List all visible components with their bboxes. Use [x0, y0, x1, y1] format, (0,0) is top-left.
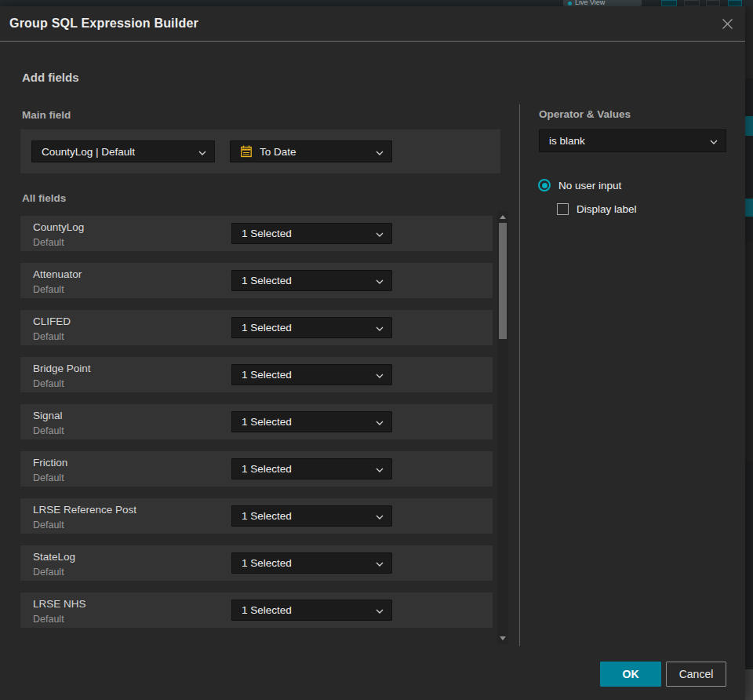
background-toolbar-tile: [706, 0, 720, 6]
field-row: CLIFED Default 1 Selected: [20, 310, 493, 345]
background-toolbar-tile: [728, 0, 742, 6]
field-selection-select[interactable]: 1 Selected: [231, 317, 392, 338]
field-selection-select[interactable]: 1 Selected: [231, 270, 392, 291]
field-selection-select[interactable]: 1 Selected: [231, 552, 392, 574]
field-row: Friction Default 1 Selected: [20, 451, 493, 487]
field-selection-value: 1 Selected: [242, 604, 369, 616]
field-subtitle: Default: [33, 567, 64, 578]
field-subtitle: Default: [33, 472, 64, 483]
group-sql-expression-builder-dialog: Group SQL Expression Builder Add fields …: [0, 6, 745, 700]
main-field-date-select[interactable]: To Date: [230, 140, 392, 162]
operator-select[interactable]: is blank: [539, 129, 726, 152]
chevron-down-icon: [376, 275, 384, 286]
field-name: Friction: [33, 457, 67, 468]
field-selection-select[interactable]: 1 Selected: [231, 505, 392, 527]
scroll-up-icon[interactable]: [500, 215, 506, 219]
scrollbar-thumb[interactable]: [499, 223, 507, 339]
field-selection-select[interactable]: 1 Selected: [231, 364, 392, 385]
field-row: Bridge Point Default 1 Selected: [20, 357, 493, 392]
close-icon[interactable]: [720, 16, 734, 31]
field-name: StateLog: [33, 551, 75, 563]
calendar-icon: [240, 145, 253, 158]
all-fields-list: CountyLog Default 1 Selected Attenuator …: [20, 216, 493, 640]
field-row: CountyLog Default 1 Selected: [20, 216, 493, 251]
field-name: Bridge Point: [33, 363, 91, 374]
field-name: Signal: [33, 410, 63, 421]
display-label-label: Display label: [577, 203, 637, 215]
chevron-down-icon: [376, 228, 384, 239]
field-selection-value: 1 Selected: [242, 275, 369, 286]
field-selection-value: 1 Selected: [242, 510, 369, 522]
main-field-select-value: CountyLog | Default: [42, 146, 192, 158]
field-name: LRSE NHS: [33, 598, 86, 610]
field-selection-select[interactable]: 1 Selected: [231, 600, 392, 621]
field-subtitle: Default: [33, 237, 64, 248]
field-row: LRSE NHS Default 1 Selected: [20, 592, 493, 628]
display-label-checkbox[interactable]: Display label: [557, 203, 637, 215]
dialog-title: Group SQL Expression Builder: [9, 16, 198, 31]
field-selection-select[interactable]: 1 Selected: [231, 458, 392, 479]
field-selection-select[interactable]: 1 Selected: [231, 223, 392, 244]
list-scrollbar[interactable]: [497, 211, 508, 644]
background-toolbar-tile: [684, 0, 700, 6]
no-user-input-label: No user input: [558, 180, 621, 191]
main-field-date-value: To Date: [260, 146, 369, 158]
field-row: LRSE Reference Post Default 1 Selected: [20, 498, 493, 534]
ok-button[interactable]: OK: [600, 662, 661, 687]
field-name: LRSE Reference Post: [33, 504, 136, 516]
field-name: CLIFED: [33, 315, 71, 327]
field-row: Attenuator Default 1 Selected: [20, 263, 493, 298]
live-view-dot-icon: [568, 2, 572, 5]
field-subtitle: Default: [33, 378, 64, 389]
add-fields-heading: Add fields: [22, 71, 79, 84]
scroll-down-icon[interactable]: [500, 636, 506, 640]
field-selection-value: 1 Selected: [242, 369, 369, 381]
cancel-button[interactable]: Cancel: [666, 662, 726, 687]
live-view-badge: Live View: [563, 0, 642, 6]
main-field-bar: CountyLog | Default To Date: [20, 129, 500, 173]
main-field-select[interactable]: CountyLog | Default: [31, 140, 215, 162]
chevron-down-icon: [376, 369, 384, 381]
chevron-down-icon: [376, 557, 384, 569]
field-subtitle: Default: [33, 425, 64, 436]
chevron-down-icon: [376, 146, 384, 158]
no-user-input-radio[interactable]: No user input: [538, 179, 621, 191]
operator-select-value: is blank: [549, 135, 704, 147]
operator-values-label: Operator & Values: [539, 108, 631, 120]
field-name: Attenuator: [33, 268, 82, 280]
field-name: CountyLog: [33, 221, 84, 233]
chevron-down-icon: [376, 604, 384, 616]
main-field-label: Main field: [22, 109, 71, 121]
field-selection-select[interactable]: 1 Selected: [231, 411, 392, 432]
panel-divider: [519, 104, 520, 646]
radio-selected-icon: [538, 179, 551, 191]
field-selection-value: 1 Selected: [242, 463, 369, 475]
chevron-down-icon: [376, 510, 384, 522]
dialog-header: Group SQL Expression Builder: [0, 6, 745, 42]
field-subtitle: Default: [33, 284, 64, 295]
chevron-down-icon: [376, 322, 384, 334]
screen: Live View Group SQL Expression Builder A…: [0, 0, 753, 700]
all-fields-label: All fields: [22, 192, 66, 204]
live-view-label: Live View: [575, 0, 605, 6]
chevron-down-icon: [376, 416, 384, 428]
checkbox-unchecked-icon: [557, 203, 569, 215]
field-subtitle: Default: [33, 331, 64, 342]
field-row: StateLog Default 1 Selected: [20, 545, 493, 581]
field-selection-value: 1 Selected: [242, 557, 369, 569]
field-selection-value: 1 Selected: [242, 416, 369, 428]
field-selection-value: 1 Selected: [242, 228, 369, 239]
field-row: Signal Default 1 Selected: [20, 404, 493, 439]
background-app-strip-right: [745, 6, 753, 700]
background-toolbar-tile: [661, 0, 677, 6]
chevron-down-icon: [710, 135, 718, 147]
chevron-down-icon: [376, 463, 384, 475]
chevron-down-icon: [198, 146, 206, 158]
field-subtitle: Default: [33, 614, 64, 625]
field-subtitle: Default: [33, 520, 64, 530]
field-selection-value: 1 Selected: [242, 322, 369, 334]
background-app-strip-top: Live View: [0, 0, 753, 6]
